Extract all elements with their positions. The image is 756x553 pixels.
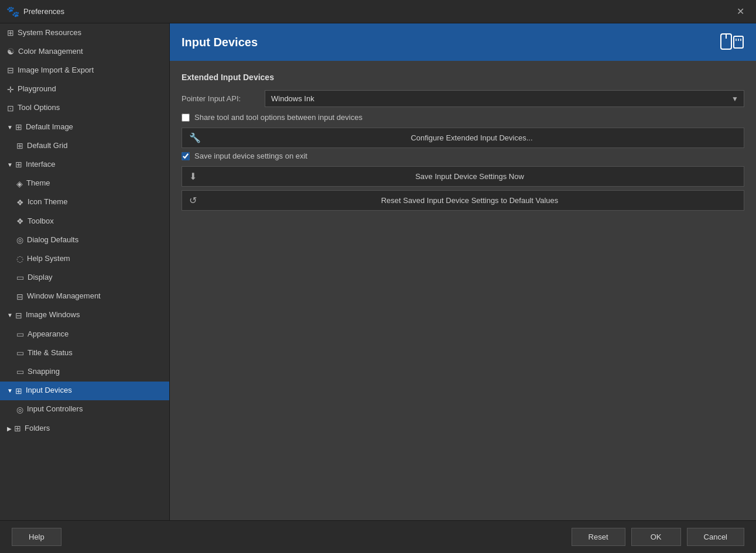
sidebar-label: Playground xyxy=(18,84,56,94)
sidebar-item-input-devices[interactable]: ▼⊞Input Devices xyxy=(0,382,169,400)
reset-button[interactable]: Reset xyxy=(572,528,625,546)
sidebar-label: Window Management xyxy=(27,291,101,301)
sidebar-item-image-import-export[interactable]: ⊟Image Import & Export xyxy=(0,61,169,80)
content-area: Input Devices Extended Input Devices Poi… xyxy=(170,23,756,520)
window-title: Preferences xyxy=(23,7,732,16)
section-title: Extended Input Devices xyxy=(182,73,744,82)
close-button[interactable]: ✕ xyxy=(732,4,749,19)
toolbox-icon: ❖ xyxy=(16,216,24,226)
pointer-input-label: Pointer Input API: xyxy=(182,94,258,103)
sidebar-item-dialog-defaults[interactable]: ◎Dialog Defaults xyxy=(0,231,169,249)
icon-theme-icon: ❖ xyxy=(16,197,24,208)
sidebar-item-title-status[interactable]: ▭Title & Status xyxy=(0,344,169,362)
sidebar-label: System Resources xyxy=(18,28,81,38)
pointer-input-api-row: Pointer Input API: Windows InkWinTabNone… xyxy=(182,90,744,107)
pointer-input-dropdown[interactable]: Windows InkWinTabNone xyxy=(265,90,744,107)
arrow-icon: ▼ xyxy=(7,161,13,169)
sidebar-item-help-system[interactable]: ◌Help System xyxy=(0,249,169,268)
sidebar-item-interface[interactable]: ▼⊞Interface xyxy=(0,155,169,174)
sidebar-label: Input Controllers xyxy=(27,404,83,414)
title-bar: 🐾 Preferences ✕ xyxy=(0,0,756,23)
cancel-button[interactable]: Cancel xyxy=(687,528,744,546)
app-icon: 🐾 xyxy=(7,6,19,18)
save-on-exit-row: Save input device settings on exit xyxy=(182,152,744,160)
help-system-icon: ◌ xyxy=(16,253,23,264)
sidebar-label: Dialog Defaults xyxy=(27,235,78,245)
sidebar-label: Input Devices xyxy=(26,386,72,396)
share-tool-row: Share tool and tool options between inpu… xyxy=(182,113,744,122)
input-controllers-icon: ◎ xyxy=(16,404,23,415)
sidebar-item-window-management[interactable]: ⊟Window Management xyxy=(0,287,169,306)
reset-settings-row[interactable]: ↺ Reset Saved Input Device Settings to D… xyxy=(182,190,744,211)
sidebar-item-tool-options[interactable]: ⊡Tool Options xyxy=(0,99,169,118)
image-windows-icon: ⊟ xyxy=(15,310,22,321)
sidebar-item-display[interactable]: ▭Display xyxy=(0,268,169,287)
sidebar-item-system-resources[interactable]: ⊞System Resources xyxy=(0,23,169,42)
sidebar-item-playground[interactable]: ✛Playground xyxy=(0,80,169,99)
help-button[interactable]: Help xyxy=(12,528,61,546)
save-on-exit-checkbox[interactable] xyxy=(182,152,190,160)
sidebar-label: Appearance xyxy=(28,329,69,339)
footer: Help Reset OK Cancel xyxy=(0,520,756,553)
arrow-icon: ▼ xyxy=(7,311,13,319)
sidebar-item-default-image[interactable]: ▼⊞Default Image xyxy=(0,118,169,136)
title-status-icon: ▭ xyxy=(16,348,24,358)
sidebar-label: Default Image xyxy=(26,122,73,132)
reset-icon: ↺ xyxy=(189,195,197,206)
sidebar-label: Icon Theme xyxy=(28,197,67,207)
playground-icon: ✛ xyxy=(7,84,14,95)
sidebar-item-color-management[interactable]: ☯Color Management xyxy=(0,42,169,61)
display-icon: ▭ xyxy=(16,272,24,283)
sidebar-item-snapping[interactable]: ▭Snapping xyxy=(0,362,169,381)
pointer-input-dropdown-wrapper: Windows InkWinTabNone ▼ xyxy=(265,90,744,107)
arrow-icon: ▼ xyxy=(7,387,13,394)
main-layout: ⊞System Resources☯Color Management⊟Image… xyxy=(0,23,756,520)
sidebar-label: Image Import & Export xyxy=(18,66,94,75)
sidebar-item-folders[interactable]: ▶⊞Folders xyxy=(0,419,169,438)
input-devices-icon: ⊞ xyxy=(15,386,22,396)
save-now-button[interactable]: Save Input Device Settings Now xyxy=(203,172,737,181)
sidebar-item-default-grid[interactable]: ⊞Default Grid xyxy=(0,136,169,155)
sidebar-label: Image Windows xyxy=(26,310,80,320)
reset-settings-button[interactable]: Reset Saved Input Device Settings to Def… xyxy=(203,196,737,205)
snapping-icon: ▭ xyxy=(16,366,24,377)
share-tool-label[interactable]: Share tool and tool options between inpu… xyxy=(194,113,362,122)
sidebar-item-icon-theme[interactable]: ❖Icon Theme xyxy=(0,193,169,212)
share-tool-checkbox[interactable] xyxy=(182,114,190,122)
sidebar-label: Default Grid xyxy=(27,141,67,151)
window-management-icon: ⊟ xyxy=(16,291,23,302)
sidebar-item-image-windows[interactable]: ▼⊟Image Windows xyxy=(0,306,169,325)
dialog-defaults-icon: ◎ xyxy=(16,235,23,245)
color-management-icon: ☯ xyxy=(7,46,15,57)
default-grid-icon: ⊞ xyxy=(16,140,23,151)
folders-icon: ⊞ xyxy=(14,423,21,434)
theme-icon: ◈ xyxy=(16,178,23,189)
image-import-export-icon: ⊟ xyxy=(7,65,14,75)
appearance-icon: ▭ xyxy=(16,329,24,339)
wrench-icon: 🔧 xyxy=(189,132,201,143)
ok-button[interactable]: OK xyxy=(631,528,681,546)
sidebar-item-toolbox[interactable]: ❖Toolbox xyxy=(0,212,169,231)
interface-icon: ⊞ xyxy=(15,159,22,170)
tool-options-icon: ⊡ xyxy=(7,103,14,114)
sidebar-label: Interface xyxy=(26,160,56,170)
sidebar-label: Color Management xyxy=(18,47,83,57)
content-title: Input Devices xyxy=(182,36,258,49)
system-resources-icon: ⊞ xyxy=(7,28,14,38)
configure-devices-row[interactable]: 🔧 Configure Extended Input Devices... xyxy=(182,128,744,148)
content-header: Input Devices xyxy=(170,23,756,61)
sidebar-item-appearance[interactable]: ▭Appearance xyxy=(0,325,169,344)
configure-devices-button[interactable]: Configure Extended Input Devices... xyxy=(207,133,737,142)
arrow-icon: ▼ xyxy=(7,123,13,131)
sidebar: ⊞System Resources☯Color Management⊟Image… xyxy=(0,23,170,520)
arrow-icon: ▶ xyxy=(7,425,12,432)
footer-left: Help xyxy=(12,528,61,546)
sidebar-label: Display xyxy=(28,273,53,283)
save-icon: ⬇ xyxy=(189,171,197,182)
save-on-exit-label[interactable]: Save input device settings on exit xyxy=(194,152,307,160)
svg-rect-2 xyxy=(734,36,743,48)
sidebar-item-theme[interactable]: ◈Theme xyxy=(0,174,169,193)
input-devices-icon xyxy=(720,32,744,53)
save-now-row[interactable]: ⬇ Save Input Device Settings Now xyxy=(182,166,744,187)
sidebar-item-input-controllers[interactable]: ◎Input Controllers xyxy=(0,400,169,419)
